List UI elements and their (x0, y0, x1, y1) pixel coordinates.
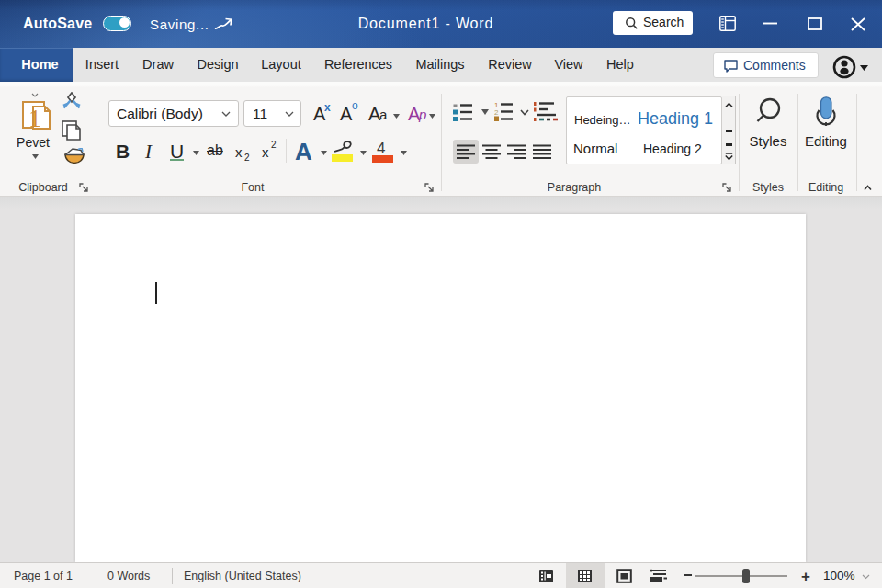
svg-text:2: 2 (494, 108, 499, 117)
svg-text:1: 1 (28, 104, 41, 130)
